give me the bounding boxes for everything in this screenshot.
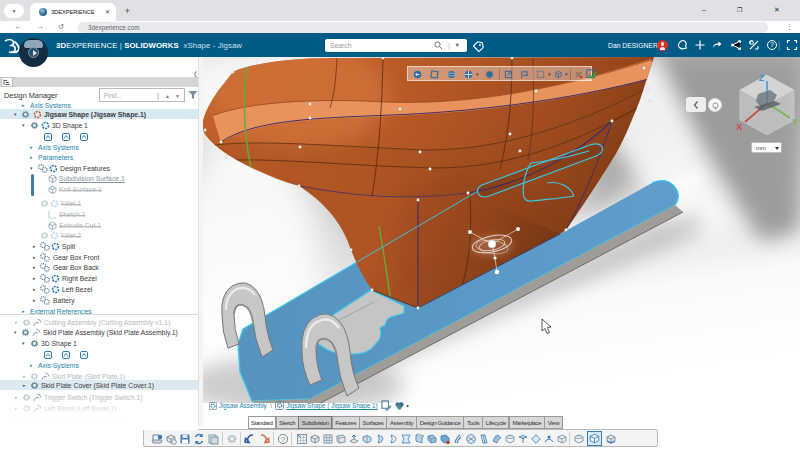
svg-text:?: ? xyxy=(281,435,285,444)
svg-text:Z: Z xyxy=(759,73,765,83)
svg-text:?: ? xyxy=(770,41,774,48)
svg-text:X: X xyxy=(736,122,742,132)
svg-text:Y: Y xyxy=(792,117,798,127)
